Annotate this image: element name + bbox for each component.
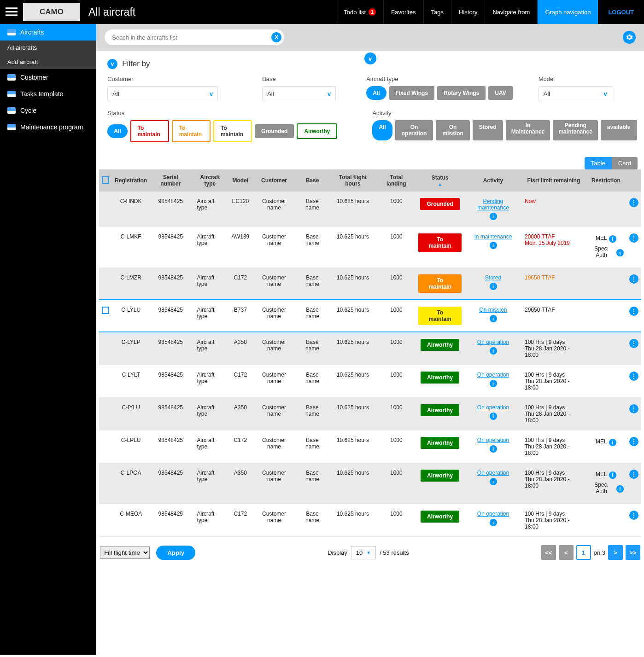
activity-link[interactable]: On operation	[467, 339, 519, 345]
sidebar-item-cycle[interactable]: Cycle	[0, 102, 96, 119]
col-activity[interactable]: Activity	[464, 169, 522, 192]
chip-status-1[interactable]: To maintain	[130, 120, 169, 142]
activity-link[interactable]: In maintenance	[467, 233, 519, 240]
row-menu-icon[interactable]: ⋮	[629, 274, 638, 284]
select-all-checkbox[interactable]	[102, 176, 109, 184]
chip-status-5[interactable]: Airworthy	[297, 123, 337, 139]
activity-link[interactable]: On operation	[467, 470, 519, 476]
chip-status-3[interactable]: To maintain	[213, 120, 252, 142]
chip-activity-on-mission[interactable]: On mission	[436, 120, 469, 140]
logout-link[interactable]: LOGOUT	[598, 9, 644, 16]
row-menu-icon[interactable]: ⋮	[629, 233, 638, 243]
col-restriction[interactable]: Restriction	[585, 169, 626, 192]
info-icon[interactable]: i	[490, 242, 497, 249]
chip-type-uav[interactable]: UAV	[488, 86, 512, 100]
info-icon[interactable]: i	[490, 478, 497, 485]
clear-search-icon[interactable]: X	[271, 32, 281, 42]
chip-status-0[interactable]: All	[107, 124, 127, 138]
sidebar-sub-all-aircrafts[interactable]: All aircrafts	[0, 41, 96, 55]
col-status[interactable]: Status	[416, 169, 464, 192]
info-icon[interactable]: i	[490, 519, 497, 526]
nav-favorites[interactable]: Favorites	[383, 0, 423, 24]
filter-customer-select[interactable]: Allv	[107, 86, 218, 101]
filter-base-select[interactable]: Allv	[262, 86, 336, 101]
activity-link[interactable]: Stored	[467, 274, 519, 281]
filter-collapse-icon[interactable]: v	[107, 59, 117, 69]
table-row[interactable]: C-MEOA98548425Aircraft typeC172Customer …	[99, 504, 641, 537]
chip-activity-in-maintenance[interactable]: InMaintenance	[506, 120, 550, 140]
search-box[interactable]: X	[105, 29, 284, 45]
pager-first[interactable]: <<	[541, 545, 556, 560]
info-icon[interactable]: i	[616, 485, 624, 493]
info-icon[interactable]: i	[609, 235, 616, 243]
per-page-select[interactable]: 10▼	[351, 546, 376, 559]
info-icon[interactable]: i	[616, 249, 624, 256]
col-serial-number[interactable]: Serial number	[150, 169, 191, 192]
activity-link[interactable]: On operation	[467, 511, 519, 517]
chip-status-4[interactable]: Grounded	[255, 124, 294, 138]
table-row[interactable]: C-LMKF98548425Aircraft typeAW139Customer…	[99, 227, 641, 268]
info-icon[interactable]: i	[490, 283, 497, 290]
sidebar-item-customer[interactable]: Customer	[0, 69, 96, 86]
bulk-action-select[interactable]: Fill flight time	[100, 547, 150, 559]
col-total-flight-hours[interactable]: Total flight hours	[328, 169, 377, 192]
chip-type-all[interactable]: All	[366, 86, 386, 100]
row-menu-icon[interactable]: ⋮	[629, 198, 638, 207]
sidebar-item-tasks-template[interactable]: Tasks template	[0, 86, 96, 102]
col-total-landing[interactable]: Total landing	[377, 169, 416, 192]
info-icon[interactable]: i	[490, 213, 497, 220]
expand-chevron-icon[interactable]: v	[364, 52, 376, 64]
row-menu-icon[interactable]: ⋮	[629, 339, 638, 348]
activity-link[interactable]: On operation	[467, 437, 519, 443]
col-customer[interactable]: Customer	[252, 169, 296, 192]
row-menu-icon[interactable]: ⋮	[629, 372, 638, 381]
settings-gear-icon[interactable]	[623, 31, 636, 44]
pager-prev[interactable]: <	[559, 545, 574, 560]
chip-status-2[interactable]: To maintain	[172, 120, 211, 142]
sidebar-item-maintenance-program[interactable]: Maintenance program	[0, 119, 96, 135]
chip-type-fixed-wings[interactable]: Fixed Wings	[389, 86, 435, 100]
nav-graph-navigation[interactable]: Graph navigation	[537, 0, 598, 24]
row-menu-icon[interactable]: ⋮	[629, 470, 638, 479]
row-menu-icon[interactable]: ⋮	[629, 437, 638, 446]
table-row[interactable]: C-HNDK98548425Aircraft typeEC120Customer…	[99, 192, 641, 227]
activity-link[interactable]: On operation	[467, 372, 519, 378]
row-menu-icon[interactable]: ⋮	[629, 307, 638, 316]
table-row[interactable]: C-LYLU98548425Aircraft typeB737Customer …	[99, 300, 641, 332]
info-icon[interactable]: i	[490, 445, 497, 453]
nav-history[interactable]: History	[451, 0, 485, 24]
col-aircraft-type[interactable]: Aircraft type	[191, 169, 228, 192]
activity-link[interactable]: Pending maintenance	[467, 198, 519, 211]
search-input[interactable]	[112, 34, 271, 41]
chip-activity-all[interactable]: All	[372, 120, 392, 140]
chip-activity-available[interactable]: available	[601, 120, 637, 140]
col-model[interactable]: Model	[228, 169, 252, 192]
table-row[interactable]: C-LPOA98548425Aircraft typeA350Customer …	[99, 463, 641, 504]
view-table-tab[interactable]: Table	[585, 157, 612, 169]
table-row[interactable]: C-LPLU98548425Aircraft typeC172Customer …	[99, 430, 641, 463]
pager-next[interactable]: >	[608, 545, 623, 560]
activity-link[interactable]: On operation	[467, 404, 519, 411]
chip-activity-pending-maintenance[interactable]: Pendingmaintenance	[553, 120, 597, 140]
view-card-tab[interactable]: Card	[612, 157, 638, 169]
info-icon[interactable]: i	[609, 471, 616, 479]
info-icon[interactable]: i	[490, 380, 497, 387]
info-icon[interactable]: i	[490, 347, 497, 355]
info-icon[interactable]: i	[490, 413, 497, 420]
apply-button[interactable]: Apply	[156, 546, 195, 560]
nav-todo-list[interactable]: Todo list1	[336, 0, 383, 24]
col-base[interactable]: Base	[296, 169, 329, 192]
pager-current[interactable]: 1	[576, 545, 591, 560]
chip-activity-on-operation[interactable]: On operation	[395, 120, 433, 140]
col-fisrt-limit-remaining[interactable]: Fisrt limit remaining	[522, 169, 585, 192]
table-row[interactable]: C-LMZR98548425Aircraft typeC172Customer …	[99, 268, 641, 300]
menu-toggle[interactable]	[0, 0, 23, 24]
chip-activity-stored[interactable]: Stored	[473, 120, 503, 140]
table-row[interactable]: C-IYLU98548425Aircraft typeA350Customer …	[99, 398, 641, 430]
table-row[interactable]: C-LYLP98548425Aircraft typeA350Customer …	[99, 332, 641, 365]
pager-last[interactable]: >>	[626, 545, 640, 560]
row-checkbox[interactable]	[102, 307, 109, 314]
col-registration[interactable]: Registration	[112, 169, 150, 192]
nav-navigate-from[interactable]: Navigate from	[485, 0, 537, 24]
table-row[interactable]: C-LYLT98548425Aircraft typeC172Customer …	[99, 365, 641, 398]
